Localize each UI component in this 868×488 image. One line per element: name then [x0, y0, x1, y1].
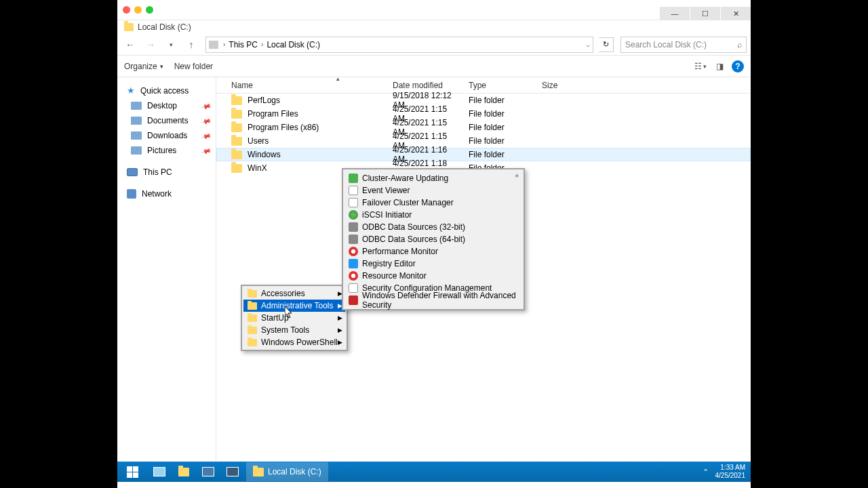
pc-icon	[127, 168, 138, 176]
tray-expand[interactable]: ⌃	[703, 468, 709, 476]
col-name[interactable]: Name▴	[226, 81, 387, 90]
preview-pane-button[interactable]: ◨	[713, 60, 726, 73]
view-options[interactable]: ☷ ▾	[694, 60, 707, 73]
tool-icon	[349, 198, 358, 207]
ctx-item-administrative-tools[interactable]: Administrative Tools▶	[243, 300, 345, 312]
file-type: File folder	[463, 150, 536, 159]
ctx-sub-item[interactable]: Failover Cluster Manager	[346, 197, 521, 209]
folder-icon	[248, 290, 257, 298]
sidebar-desktop[interactable]: Desktop📌	[117, 98, 216, 113]
context-menu-sub: ✶ Cluster-Aware UpdatingEvent ViewerFail…	[342, 168, 525, 310]
breadcrumb-thispc[interactable]: This PC	[227, 40, 259, 49]
ctx-sub-item[interactable]: Event Viewer	[346, 184, 521, 197]
window-title: Local Disk (C:)	[138, 22, 191, 32]
tool-icon	[349, 186, 358, 195]
ctx-item-system-tools[interactable]: System Tools▶	[243, 324, 345, 336]
ctx-sub-item[interactable]: Registry Editor	[346, 258, 521, 270]
mac-min[interactable]	[134, 6, 142, 14]
close-button[interactable]: ✕	[721, 7, 751, 20]
chevron-icon[interactable]: ›	[221, 41, 227, 48]
taskbar: Local Disk (C:) ⌃ 1:33 AM 4/25/2021	[117, 462, 751, 482]
tray-clock[interactable]: 1:33 AM 4/25/2021	[715, 464, 746, 480]
help-button[interactable]: ?	[732, 60, 744, 73]
tool-icon	[349, 235, 358, 244]
minimize-button[interactable]: —	[660, 7, 690, 20]
ctx-sub-item[interactable]: ODBC Data Sources (32-bit)	[346, 221, 521, 233]
taskbar-app-label: Local Disk (C:)	[268, 467, 321, 476]
search-icon: ⌕	[737, 40, 742, 49]
ctx-sub-item[interactable]: Cluster-Aware Updating	[346, 172, 521, 184]
file-row[interactable]: Users 4/25/2021 1:15 AM File folder	[216, 134, 751, 148]
mac-close[interactable]	[123, 6, 130, 14]
nav-sidebar: ★Quick access Desktop📌 Documents📌 Downlo…	[117, 77, 216, 468]
command-bar: Organize▾ New folder ☷ ▾ ◨ ?	[117, 56, 751, 77]
ctx-sub-item[interactable]: ODBC Data Sources (64-bit)	[346, 233, 521, 245]
start-button[interactable]	[117, 462, 147, 482]
address-bar[interactable]: › This PC › Local Disk (C:) ⌵	[205, 37, 593, 53]
sort-indicator: ▴	[336, 75, 340, 82]
sidebar-downloads[interactable]: Downloads📌	[117, 128, 216, 143]
col-size[interactable]: Size	[536, 81, 584, 90]
file-row[interactable]: Windows 4/25/2021 1:16 AM File folder	[216, 148, 751, 161]
addr-dropdown[interactable]: ⌵	[586, 41, 590, 48]
col-date[interactable]: Date modified	[387, 81, 463, 90]
ctx-sub-item[interactable]: iSCSI Initiator	[346, 209, 521, 221]
file-row[interactable]: PerfLogs 9/15/2018 12:12 AM File folder	[216, 94, 751, 107]
sidebar-quick-access[interactable]: ★Quick access	[117, 83, 216, 98]
task-folder[interactable]	[172, 462, 195, 481]
network-icon	[127, 189, 136, 199]
forward-button[interactable]: →	[142, 37, 159, 53]
documents-icon	[131, 117, 142, 125]
taskbar-active-app[interactable]: Local Disk (C:)	[246, 462, 328, 481]
organize-button[interactable]: Organize▾	[124, 62, 163, 71]
tool-icon	[349, 259, 358, 268]
back-button[interactable]: ←	[121, 37, 139, 53]
context-menu-main: Accessories▶Administrative Tools▶StartUp…	[241, 285, 348, 351]
pin-icon: 📌	[201, 145, 212, 156]
file-type: File folder	[463, 96, 536, 105]
file-name: PerfLogs	[248, 96, 280, 105]
sidebar-this-pc[interactable]: This PC	[117, 165, 216, 180]
ctx-sub-item[interactable]: Performance Monitor	[346, 245, 521, 258]
sidebar-pictures[interactable]: Pictures📌	[117, 143, 216, 158]
sidebar-network[interactable]: Network	[117, 186, 216, 201]
folder-icon	[231, 137, 242, 146]
sidebar-documents[interactable]: Documents📌	[117, 113, 216, 128]
desktop-icon	[131, 102, 142, 110]
up-button[interactable]: ↑	[182, 37, 200, 53]
refresh-button[interactable]: ↻	[599, 37, 614, 52]
ctx-item-windows-powershell[interactable]: Windows PowerShell▶	[243, 336, 345, 348]
ctx-sub-item[interactable]: Resource Monitor	[346, 270, 521, 282]
tool-icon	[349, 222, 358, 232]
ctx-item-accessories[interactable]: Accessories▶	[243, 287, 345, 300]
ctx-item-startup[interactable]: StartUp▶	[243, 312, 345, 324]
column-headers: Name▴ Date modified Type Size	[216, 77, 751, 94]
tool-icon	[349, 174, 358, 183]
ctx-sub-item[interactable]: Windows Defender Firewall with Advanced …	[346, 294, 521, 306]
file-row[interactable]: Program Files 4/25/2021 1:15 AM File fol…	[216, 107, 751, 121]
star-icon: ★	[127, 85, 135, 96]
new-folder-button[interactable]: New folder	[174, 62, 213, 71]
col-type[interactable]: Type	[463, 81, 536, 90]
breadcrumb-localdisk[interactable]: Local Disk (C:)	[265, 40, 321, 49]
folder-icon	[231, 96, 242, 105]
mac-max[interactable]	[146, 6, 153, 14]
search-input[interactable]: Search Local Disk (C:) ⌕	[620, 37, 747, 53]
pictures-icon	[131, 146, 142, 155]
pin-icon: 📌	[201, 130, 212, 141]
mac-titlebar	[117, 0, 751, 20]
tool-icon	[349, 283, 358, 293]
tool-icon	[349, 210, 358, 220]
file-type: File folder	[463, 123, 536, 132]
file-row[interactable]: Program Files (x86) 4/25/2021 1:15 AM Fi…	[216, 121, 751, 134]
task-app1[interactable]	[197, 462, 220, 481]
history-dropdown[interactable]: ▾	[162, 37, 180, 53]
navbar: ← → ▾ ↑ › This PC › Local Disk (C:) ⌵ ↻ …	[117, 34, 751, 56]
maximize-button[interactable]: ☐	[690, 7, 720, 20]
file-name: WinX	[248, 163, 267, 173]
task-app2[interactable]	[221, 462, 244, 481]
chevron-icon[interactable]: ›	[259, 41, 265, 48]
task-explorer[interactable]	[148, 462, 171, 481]
tool-icon	[349, 247, 358, 256]
tool-icon	[349, 271, 358, 281]
